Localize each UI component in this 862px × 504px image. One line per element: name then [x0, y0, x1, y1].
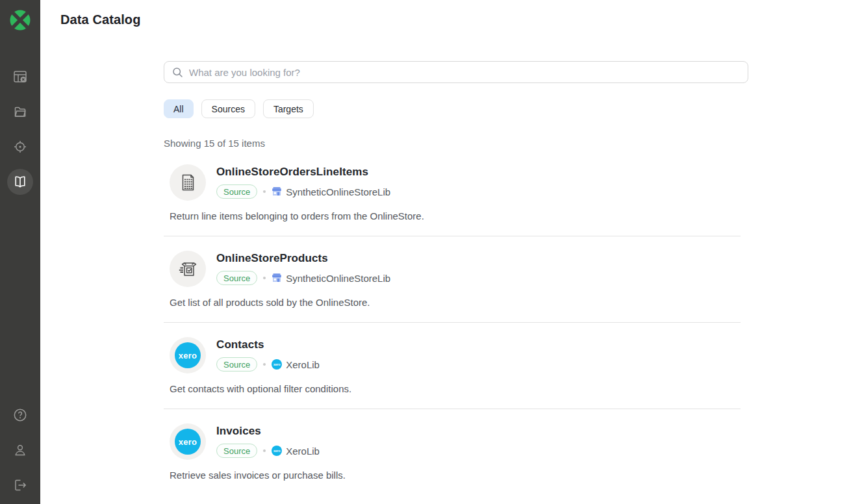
sidebar-item-help[interactable]	[7, 402, 33, 428]
xero-logo-icon: xero	[175, 342, 201, 368]
item-description: Return line items belonging to orders fr…	[170, 210, 741, 223]
folder-icon	[12, 104, 28, 120]
xero-mini-text: xero	[273, 449, 281, 453]
library-name: XeroLib	[286, 446, 320, 457]
sidebar-item-catalog[interactable]	[7, 169, 33, 195]
filter-targets[interactable]: Targets	[263, 99, 314, 118]
xero-mini-text: xero	[273, 362, 281, 366]
logout-icon	[12, 477, 28, 493]
catalog-item-online-store-orders-line-items[interactable]: OnlineStoreOrdersLineItems Source	[164, 150, 741, 236]
dot-separator	[263, 190, 266, 193]
catalog-list: OnlineStoreOrdersLineItems Source	[164, 150, 741, 495]
table-remove-icon	[12, 69, 28, 84]
item-title: Contacts	[216, 338, 320, 351]
search-input[interactable]	[189, 67, 740, 78]
filter-bar: All Sources Targets	[164, 99, 748, 118]
source-badge: Source	[216, 444, 257, 458]
catalog-item-online-store-products[interactable]: OnlineStoreProducts Source	[164, 236, 741, 323]
dot-separator	[263, 449, 266, 452]
app-logo[interactable]	[7, 7, 33, 33]
item-title: OnlineStoreProducts	[216, 252, 390, 265]
item-title: Invoices	[216, 425, 320, 438]
item-avatar	[170, 164, 206, 201]
sidebar	[0, 0, 40, 504]
filter-all[interactable]: All	[164, 99, 194, 118]
source-badge: Source	[216, 357, 257, 372]
page-header: Data Catalog	[40, 0, 862, 27]
sidebar-item-account[interactable]	[7, 437, 33, 463]
xero-icon: xero	[272, 446, 282, 456]
xero-logo-text: xero	[179, 351, 197, 360]
results-summary: Showing 15 of 15 items	[164, 137, 748, 150]
clover-logo-icon	[8, 8, 32, 32]
store-icon	[272, 186, 282, 197]
document-table-icon	[177, 172, 198, 193]
sidebar-item-locate[interactable]	[7, 134, 33, 160]
source-badge: Source	[216, 271, 257, 285]
search-box[interactable]	[164, 61, 748, 83]
item-description: Retrieve sales invoices or purchase bill…	[170, 469, 741, 482]
item-description: Get contacts with optional filter condit…	[170, 383, 741, 396]
help-icon	[12, 407, 28, 423]
item-title: OnlineStoreOrdersLineItems	[216, 166, 390, 179]
sidebar-bottom	[7, 402, 33, 504]
package-check-icon	[177, 258, 199, 280]
dot-separator	[263, 277, 266, 279]
source-badge: Source	[216, 184, 257, 199]
page-title: Data Catalog	[60, 12, 862, 27]
item-avatar: xero	[170, 337, 206, 373]
book-icon	[12, 174, 28, 190]
store-icon	[272, 273, 282, 283]
library-name: XeroLib	[286, 359, 320, 370]
sidebar-item-logout[interactable]	[7, 472, 33, 498]
sidebar-nav	[7, 64, 33, 195]
xero-logo-icon: xero	[175, 429, 201, 455]
user-icon	[12, 442, 28, 458]
xero-icon: xero	[272, 359, 282, 370]
sidebar-item-datasets[interactable]	[7, 64, 33, 90]
main-content: Data Catalog All Sources Targets Showing…	[40, 0, 862, 504]
catalog-item-contacts[interactable]: xero Contacts Source xero XeroLib	[164, 323, 741, 409]
dot-separator	[263, 363, 266, 366]
filter-sources[interactable]: Sources	[201, 99, 255, 118]
item-description: Get list of all products sold by the Onl…	[170, 296, 741, 309]
item-avatar: xero	[170, 423, 206, 460]
sidebar-item-projects[interactable]	[7, 99, 33, 125]
target-icon	[12, 139, 28, 155]
catalog-item-invoices[interactable]: xero Invoices Source xero XeroLib	[164, 409, 741, 495]
library-name: SyntheticOnlineStoreLib	[286, 273, 390, 284]
library-name: SyntheticOnlineStoreLib	[286, 186, 390, 197]
item-avatar	[170, 251, 206, 287]
xero-logo-text: xero	[179, 437, 197, 447]
search-icon	[172, 67, 183, 78]
